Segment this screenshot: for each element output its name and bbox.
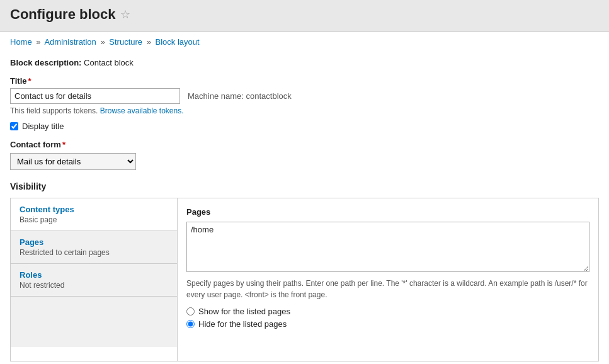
breadcrumb-sep-3: »: [147, 37, 151, 47]
radio-hide-listed-label[interactable]: Hide for the listed pages: [198, 319, 287, 329]
contact-form-label: Contact form *: [10, 140, 599, 149]
token-link[interactable]: Browse available tokens.: [100, 106, 184, 115]
vis-tab-roles-title: Roles: [20, 270, 168, 280]
breadcrumb-sep-1: »: [36, 37, 40, 47]
page-title: Configure block: [10, 6, 115, 23]
visibility-tab-empty: [11, 297, 177, 347]
radio-hide-listed[interactable]: [186, 320, 195, 328]
radio-hide-row: Hide for the listed pages: [186, 319, 589, 329]
block-description: Block description: Contact block: [10, 58, 599, 67]
breadcrumb-sep-2: »: [100, 37, 105, 47]
block-description-value: Contact block: [84, 58, 134, 67]
main-content: Block description: Contact block Title *…: [0, 52, 609, 364]
block-description-label: Block description:: [10, 58, 81, 67]
visibility-tab-pages[interactable]: Pages Restricted to certain pages: [11, 231, 177, 264]
display-title-label[interactable]: Display title: [22, 122, 64, 131]
pages-textarea[interactable]: /home: [186, 222, 589, 272]
visibility-tabs: Content types Basic page Pages Restricte…: [11, 198, 178, 361]
visibility-panel: Content types Basic page Pages Restricte…: [10, 198, 599, 361]
machine-name: Machine name: contactblock: [188, 91, 292, 101]
visibility-right-panel: Pages /home Specify pages by using their…: [178, 198, 598, 361]
title-input[interactable]: [10, 88, 180, 104]
vis-tab-roles-subtitle: Not restricted: [20, 281, 168, 290]
title-required-star: *: [28, 76, 31, 86]
bookmark-star-icon[interactable]: ☆: [120, 8, 130, 21]
vis-tab-content-types-title: Content types: [20, 205, 168, 214]
display-title-checkbox[interactable]: [10, 122, 18, 130]
vis-tab-pages-title: Pages: [20, 237, 168, 247]
visibility-tab-content-types[interactable]: Content types Basic page: [11, 198, 177, 231]
token-help-text: This field supports tokens.: [10, 106, 98, 115]
vis-tab-pages-subtitle: Restricted to certain pages: [20, 248, 168, 257]
breadcrumb: Home » Administration » Structure » Bloc…: [0, 32, 609, 52]
breadcrumb-structure[interactable]: Structure: [109, 37, 142, 47]
pages-panel-title: Pages: [186, 207, 589, 217]
radio-show-row: Show for the listed pages: [186, 307, 589, 316]
contact-form-required-star: *: [62, 140, 65, 149]
page-title-bar: Configure block ☆: [0, 0, 609, 32]
pages-help-text: Specify pages by using their paths. Ente…: [186, 278, 589, 300]
radio-show-listed[interactable]: [186, 307, 195, 316]
vis-tab-content-types-subtitle: Basic page: [20, 215, 168, 224]
breadcrumb-block-layout[interactable]: Block layout: [156, 37, 200, 47]
token-help-row: This field supports tokens. Browse avail…: [10, 106, 599, 115]
title-field-label: Title *: [10, 76, 599, 86]
visibility-label: Visibility: [10, 181, 599, 191]
radio-show-listed-label[interactable]: Show for the listed pages: [198, 307, 290, 316]
breadcrumb-administration[interactable]: Administration: [44, 37, 96, 47]
display-title-row: Display title: [10, 122, 599, 131]
contact-form-select[interactable]: Mail us for details: [10, 153, 136, 170]
title-row: Machine name: contactblock: [10, 88, 599, 104]
breadcrumb-home[interactable]: Home: [10, 37, 32, 47]
visibility-tab-roles[interactable]: Roles Not restricted: [11, 264, 177, 297]
